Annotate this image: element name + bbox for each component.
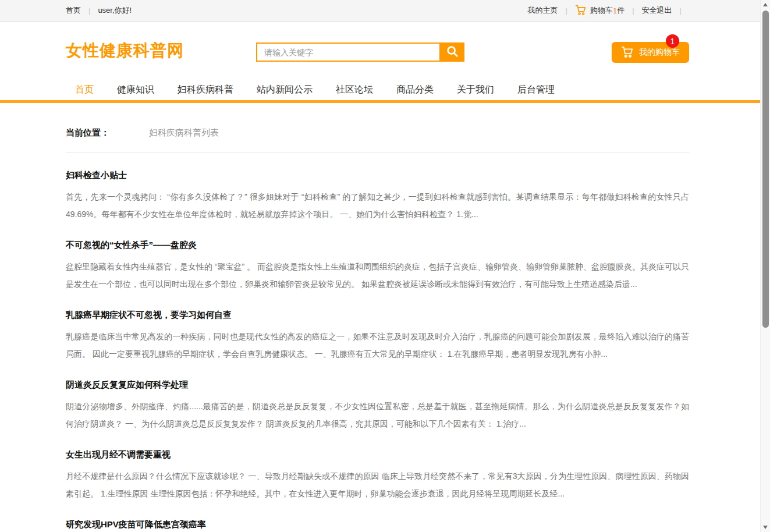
nav-item-site-news[interactable]: 站内新闻公示 xyxy=(257,84,313,96)
list-item: 不可忽视的“女性杀手”——盘腔炎 盆腔里隐藏着女性内生殖器官，是女性的 “聚宝盆… xyxy=(66,223,689,293)
nav-item-admin[interactable]: 后台管理 xyxy=(517,84,555,96)
search-button[interactable] xyxy=(439,42,464,62)
topbar-left: 首页 | user,你好! xyxy=(66,5,132,16)
article-title[interactable]: 不可忽视的“女性杀手”——盘腔炎 xyxy=(66,240,689,250)
article-title[interactable]: 乳腺癌早期症状不可忽视，要学习如何自查 xyxy=(66,310,689,320)
page: 首页 | user,你好! 我的主页 | xyxy=(0,0,770,532)
topbar-cart-link[interactable]: 购物车1件 xyxy=(575,5,624,17)
separator: | xyxy=(566,6,567,15)
nav-item-gynecology-science[interactable]: 妇科疾病科普 xyxy=(178,84,233,96)
separator: | xyxy=(680,6,682,15)
scrollbar[interactable] xyxy=(760,0,770,532)
topbar-home-link[interactable]: 首页 xyxy=(66,5,81,16)
article-excerpt: 盆腔里隐藏着女性内生殖器官，是女性的 “聚宝盆” 。 而盆腔炎是指女性上生殖道和… xyxy=(66,258,689,293)
list-item: 女生出现月经不调需要重视 月经不规律是什么原因？什么情况下应该就诊呢？ 一、导致… xyxy=(66,432,689,502)
article-excerpt: 乳腺癌是临床当中常见高发的一种疾病，同时也是现代女性的高发的癌症之一，如果不注意… xyxy=(66,328,689,363)
breadcrumb: 当前位置： 妇科疾病科普列表 xyxy=(66,127,689,153)
cart-icon xyxy=(621,46,634,59)
topbar: 首页 | user,你好! 我的主页 | xyxy=(0,0,760,22)
breadcrumb-current[interactable]: 妇科疾病科普列表 xyxy=(149,127,219,139)
topbar-cart-suffix: 件 xyxy=(617,5,624,16)
separator: | xyxy=(88,6,90,15)
scrollbar-down-arrow-icon[interactable] xyxy=(763,526,768,529)
article-excerpt: 首先，先来一个灵魂拷问： “你有多久没体检了？” 很多姐妹对于 “妇科检查” 的… xyxy=(66,188,689,223)
separator: | xyxy=(632,6,634,15)
search-group xyxy=(256,42,464,62)
breadcrumb-label: 当前位置： xyxy=(66,127,109,139)
header: 女性健康科普网 xyxy=(0,22,760,79)
nav-item-product-categories[interactable]: 商品分类 xyxy=(396,84,434,96)
list-item: 研究发现HPV疫苗可降低患宫颈癌率 HPV是最常见的性传播感染 (STI)。HP… xyxy=(66,502,689,532)
search-icon xyxy=(446,45,459,59)
nav-item-about-us[interactable]: 关于我们 xyxy=(457,84,494,96)
main-nav: 首页 健康知识 妇科疾病科普 站内新闻公示 社区论坛 商品分类 关于我们 后台管… xyxy=(0,79,760,103)
search-input[interactable] xyxy=(256,42,439,62)
topbar-cart-count: 1 xyxy=(613,6,617,15)
article-title[interactable]: 女生出现月经不调需要重视 xyxy=(66,449,689,460)
my-cart-label: 我的购物车 xyxy=(639,47,680,58)
article-title[interactable]: 阴道炎反反复复应如何科学处理 xyxy=(66,380,689,390)
article-list: 妇科检查小贴士 首先，先来一个灵魂拷问： “你有多久没体检了？” 很多姐妹对于 … xyxy=(66,153,689,532)
content: 当前位置： 妇科疾病科普列表 妇科检查小贴士 首先，先来一个灵魂拷问： “你有多… xyxy=(66,103,689,532)
scrollbar-up-arrow-icon[interactable] xyxy=(763,3,768,6)
scrollbar-thumb[interactable] xyxy=(762,10,769,328)
my-homepage-link[interactable]: 我的主页 xyxy=(528,5,558,16)
nav-item-home[interactable]: 首页 xyxy=(75,84,94,96)
nav-item-health-knowledge[interactable]: 健康知识 xyxy=(117,84,154,96)
topbar-right: 我的主页 | 购物车1件 | 安全退出 xyxy=(528,5,689,17)
article-title[interactable]: 研究发现HPV疫苗可降低患宫颈癌率 xyxy=(66,519,689,530)
logout-link[interactable]: 安全退出 xyxy=(642,5,672,16)
article-excerpt: 月经不规律是什么原因？什么情况下应该就诊呢？ 一、导致月经期缺失或不规律的原因 … xyxy=(66,467,689,502)
list-item: 妇科检查小贴士 首先，先来一个灵魂拷问： “你有多久没体检了？” 很多姐妹对于 … xyxy=(66,153,689,223)
topbar-cart-label: 购物车 xyxy=(590,5,613,16)
cart-icon xyxy=(575,5,587,17)
nav-item-community-forum[interactable]: 社区论坛 xyxy=(336,84,373,96)
list-item: 乳腺癌早期症状不可忽视，要学习如何自查 乳腺癌是临床当中常见高发的一种疾病，同时… xyxy=(66,293,689,363)
site-logo[interactable]: 女性健康科普网 xyxy=(66,40,184,62)
user-greeting: user,你好! xyxy=(98,5,132,16)
cart-badge: 1 xyxy=(666,34,679,48)
my-cart-wrap: 我的购物车 1 xyxy=(612,42,689,63)
article-title[interactable]: 妇科检查小贴士 xyxy=(66,170,689,180)
article-excerpt: 阴道分泌物增多、外阴瘙痒、灼痛......最痛苦的是，阴道炎总是反反复复，不少女… xyxy=(66,398,689,432)
viewport: 首页 | user,你好! 我的主页 | xyxy=(0,0,760,532)
list-item: 阴道炎反反复复应如何科学处理 阴道分泌物增多、外阴瘙痒、灼痛......最痛苦的… xyxy=(66,363,689,432)
